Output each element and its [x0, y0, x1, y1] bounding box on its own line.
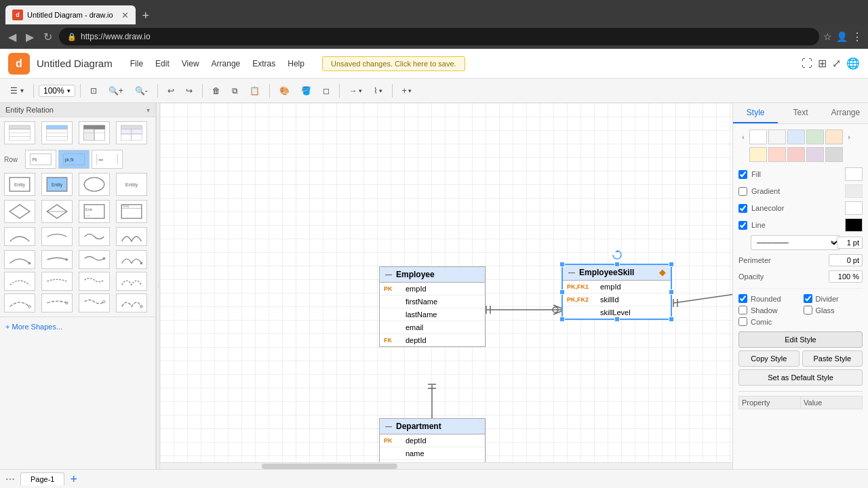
- copy-style-button[interactable]: Copy Style: [738, 350, 800, 367]
- diamond-shape-3[interactable]: Entt----: [79, 200, 110, 223]
- rotation-handle[interactable]: [612, 250, 622, 262]
- set-default-style-button[interactable]: Set as Default Style: [738, 369, 863, 386]
- fill-color-box[interactable]: [845, 167, 863, 181]
- line-shape-5[interactable]: [4, 250, 35, 269]
- zoom-fit-button[interactable]: ⊡: [85, 83, 102, 98]
- grid-icon[interactable]: ⊞: [818, 57, 827, 70]
- sidebar-toggle-button[interactable]: ☰ ▾: [5, 83, 28, 98]
- new-tab-button[interactable]: +: [136, 7, 157, 24]
- line-shape-11[interactable]: [79, 272, 110, 291]
- shadow-checkbox[interactable]: [738, 306, 747, 314]
- menu-file[interactable]: File: [125, 56, 149, 71]
- entity-shape-3[interactable]: [79, 173, 110, 196]
- zoom-in-button[interactable]: 🔍+: [104, 83, 128, 98]
- perimeter-input[interactable]: [829, 254, 863, 266]
- color-swatch-green[interactable]: [806, 129, 824, 144]
- shape-item-table4[interactable]: [116, 121, 147, 144]
- zoom-control[interactable]: 100% ▾: [39, 85, 75, 97]
- entity-shape-4[interactable]: Entity: [116, 173, 147, 196]
- glass-checkbox[interactable]: [804, 306, 812, 314]
- tab-close-icon[interactable]: ✕: [121, 10, 129, 20]
- tab-text[interactable]: Text: [778, 103, 823, 123]
- shape-item-table3[interactable]: [79, 121, 110, 144]
- forward-button[interactable]: ▶: [23, 28, 37, 46]
- selection-handle-bc[interactable]: [614, 317, 620, 322]
- selection-handle-br[interactable]: [669, 317, 674, 322]
- menu-edit[interactable]: Edit: [150, 56, 175, 71]
- unsaved-button[interactable]: Unsaved changes. Click here to save.: [322, 56, 465, 71]
- employeeskill-table[interactable]: — EmployeeSkill ◆ PK,FK1 empId PK,FK2 sk…: [561, 264, 672, 320]
- paste-style-button[interactable]: Paste Style: [802, 350, 863, 367]
- color-swatch-pink[interactable]: [787, 147, 805, 162]
- page-tab[interactable]: Page-1: [20, 472, 64, 485]
- canvas[interactable]: — Employee PK empId firstName lastName e…: [160, 103, 732, 469]
- line-shape-1[interactable]: [4, 227, 35, 246]
- line-shape-15[interactable]: [79, 293, 110, 312]
- page-options-button[interactable]: ⋯: [5, 474, 15, 485]
- connector-button[interactable]: → ▾: [344, 83, 367, 98]
- globe-icon[interactable]: 🌐: [846, 57, 860, 70]
- line-shape-16[interactable]: [116, 293, 147, 312]
- bookmark-icon[interactable]: ☆: [823, 31, 832, 42]
- menu-extras[interactable]: Extras: [247, 56, 281, 71]
- color-swatch-peach[interactable]: [768, 147, 786, 162]
- refresh-button[interactable]: ↻: [41, 28, 55, 46]
- row-shape-2[interactable]: pk,fk: [58, 150, 90, 169]
- shape-item-table2[interactable]: [41, 121, 73, 144]
- line-shape-4[interactable]: [116, 227, 147, 246]
- menu-arrange[interactable]: Arrange: [206, 56, 246, 71]
- fill-checkbox[interactable]: [738, 170, 747, 179]
- expand-icon[interactable]: ⤢: [832, 57, 841, 70]
- tab-style[interactable]: Style: [733, 103, 778, 123]
- line-shape-9[interactable]: [4, 272, 35, 291]
- row-shape-1[interactable]: Pk: [25, 150, 56, 169]
- color-next-button[interactable]: ›: [844, 129, 854, 144]
- entity-shape-1[interactable]: Entity: [4, 173, 35, 196]
- selection-handle-mr[interactable]: [669, 289, 674, 295]
- gradient-color-box[interactable]: [845, 184, 863, 198]
- selection-handle-ml[interactable]: [559, 289, 565, 295]
- tab-arrange[interactable]: Arrange: [823, 103, 868, 123]
- line-color-box[interactable]: [845, 218, 863, 232]
- color-swatch-yellow[interactable]: [749, 147, 767, 162]
- copy-button[interactable]: ⧉: [227, 83, 243, 98]
- diamond-shape-1[interactable]: [4, 200, 35, 223]
- employee-table[interactable]: — Employee PK empId firstName lastName e…: [379, 266, 486, 347]
- line-style-select[interactable]: ────── - - - - ·······: [751, 235, 840, 250]
- line-shape-14[interactable]: [41, 293, 73, 312]
- color-swatch-light[interactable]: [768, 129, 786, 144]
- line-shape-3[interactable]: [79, 227, 110, 246]
- color-swatch-orange[interactable]: [825, 129, 843, 144]
- fill-button[interactable]: 🪣: [296, 83, 316, 98]
- line-shape-6[interactable]: [41, 250, 73, 269]
- menu-view[interactable]: View: [176, 56, 205, 71]
- department-table[interactable]: — Department PK deptId name phone: [379, 418, 486, 469]
- color-prev-button[interactable]: ‹: [738, 129, 748, 144]
- shape-item-table1[interactable]: [4, 121, 35, 144]
- delete-button[interactable]: 🗑: [208, 83, 225, 98]
- line-shape-8[interactable]: [116, 250, 147, 269]
- line-shape-13[interactable]: [4, 293, 35, 312]
- waypoint-button[interactable]: ⌇ ▾: [369, 83, 387, 98]
- color-swatch-blue[interactable]: [787, 129, 805, 144]
- row-shape-3[interactable]: •••: [92, 150, 123, 169]
- line-checkbox[interactable]: [738, 221, 747, 230]
- diamond-shape-2[interactable]: [41, 200, 73, 223]
- horizontal-scrollbar[interactable]: [160, 462, 732, 469]
- diamond-shape-4[interactable]: New: [116, 200, 147, 223]
- section-collapse-icon[interactable]: ▾: [146, 106, 150, 114]
- color-swatch-white[interactable]: [749, 129, 767, 144]
- rounded-checkbox[interactable]: [738, 294, 747, 303]
- selection-handle-tl[interactable]: [559, 262, 565, 267]
- add-page-button[interactable]: +: [70, 473, 77, 485]
- browser-tab[interactable]: d Untitled Diagram - draw.io ✕: [5, 5, 136, 24]
- color-swatch-gray[interactable]: [825, 147, 843, 162]
- shape-button[interactable]: ◻: [318, 83, 334, 98]
- panel-section-header[interactable]: Entity Relation ▾: [0, 103, 155, 117]
- fullscreen-icon[interactable]: ⛶: [802, 58, 812, 70]
- line-shape-10[interactable]: [41, 272, 73, 291]
- redo-button[interactable]: ↪: [181, 83, 197, 98]
- menu-help[interactable]: Help: [282, 56, 310, 71]
- paste-button[interactable]: 📋: [245, 83, 264, 98]
- opacity-input[interactable]: [829, 270, 863, 283]
